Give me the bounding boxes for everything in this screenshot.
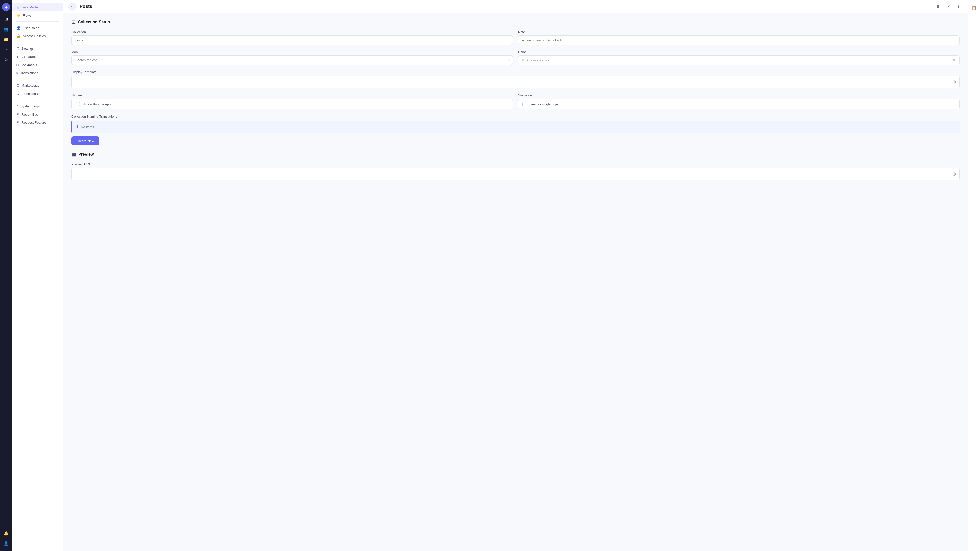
- info-button[interactable]: ℹ: [955, 3, 963, 11]
- sidebar-item-user-roles[interactable]: 👤 User Roles: [12, 24, 63, 32]
- color-label: Color: [518, 50, 959, 54]
- rail-settings-icon[interactable]: ⚙: [2, 55, 11, 64]
- icon-color-row: Icon ▾ Color ✏ Choose a color... ⊛: [72, 50, 959, 65]
- sidebar-item-data-model[interactable]: ⊞ Data Model: [12, 3, 63, 11]
- rail-content-icon[interactable]: ⊞: [2, 14, 11, 24]
- sidebar-item-bookmarks[interactable]: □ Bookmarks: [12, 61, 63, 69]
- bookmarks-icon: □: [16, 63, 18, 67]
- page-title: Posts: [80, 4, 931, 9]
- note-field: Note: [518, 30, 959, 45]
- rail-files-icon[interactable]: 📁: [2, 35, 11, 44]
- extensions-icon: ⊙: [16, 92, 19, 96]
- no-items-text: No items: [81, 125, 94, 129]
- rail-bell-icon[interactable]: 🔔: [2, 529, 11, 538]
- sidebar-item-label-marketplace: Marketplace: [21, 84, 40, 87]
- sidebar-item-label-extensions: Extensions: [21, 92, 38, 96]
- delete-button[interactable]: 🗑: [934, 3, 942, 11]
- report-bug-icon: ◎: [16, 112, 19, 116]
- preview-section: ▣ Preview Preview URL ⊕: [72, 151, 959, 180]
- note-label: Note: [518, 30, 959, 34]
- no-items-icon: ℹ: [77, 124, 78, 129]
- collection-setup-section: ⊡ Collection Setup: [72, 19, 959, 25]
- sidebar-divider-3: [16, 79, 59, 79]
- preview-url-field: Preview URL ⊕: [72, 162, 959, 180]
- rail-users-icon[interactable]: 👥: [2, 24, 11, 34]
- singleton-label: Singleton: [518, 94, 959, 97]
- sidebar-item-request-feature[interactable]: ◎ Request Feature: [12, 118, 63, 127]
- hidden-label: Hidden: [72, 94, 513, 97]
- sidebar-item-system-logs[interactable]: ≡ System Logs: [12, 102, 63, 110]
- preview-url-input[interactable]: ⊕: [72, 168, 959, 180]
- request-feature-icon: ◎: [16, 121, 19, 124]
- icon-dropdown-arrow: ▾: [508, 59, 510, 62]
- singleton-checkbox-box[interactable]: [522, 102, 527, 106]
- sidebar: ⊞ Data Model ⚡ Flows 👤 User Roles 🔒 Acce…: [12, 0, 63, 551]
- right-panel-top-icon[interactable]: 📋: [969, 3, 979, 12]
- sidebar-item-access-policies[interactable]: 🔒 Access Policies: [12, 32, 63, 40]
- sidebar-item-label-data-model: Data Model: [21, 5, 38, 9]
- sidebar-item-label-system-logs: System Logs: [21, 104, 40, 108]
- display-template-row: Display Template ⊕: [72, 70, 959, 88]
- sidebar-item-label-user-roles: User Roles: [23, 26, 39, 30]
- icon-label: Icon: [72, 50, 513, 54]
- create-new-button[interactable]: Create New: [72, 137, 99, 145]
- template-plus-icon[interactable]: ⊕: [953, 79, 956, 85]
- rail-profile-icon[interactable]: 👤: [2, 539, 11, 548]
- sidebar-item-translations[interactable]: ≈ Translations: [12, 69, 63, 77]
- sidebar-item-report-bug[interactable]: ◎ Report Bug: [12, 110, 63, 118]
- note-input[interactable]: [518, 35, 959, 45]
- singleton-checkbox[interactable]: Treat as single object: [518, 99, 959, 110]
- sidebar-item-label-translations: Translations: [21, 71, 38, 75]
- main-area: ← Posts 🗑 ✓ ℹ ⊡ Collection Setup Collect…: [63, 0, 968, 551]
- collection-label: Collection: [72, 30, 513, 34]
- confirm-button[interactable]: ✓: [944, 3, 953, 11]
- preview-icon: ▣: [72, 151, 76, 157]
- sidebar-item-appearance[interactable]: ● Appearance: [12, 52, 63, 61]
- color-picker[interactable]: ✏ Choose a color... ⊛: [518, 56, 959, 65]
- icon-search-wrap: ▾: [72, 56, 513, 65]
- display-template-input[interactable]: ⊕: [72, 76, 959, 88]
- sidebar-item-extensions[interactable]: ⊙ Extensions: [12, 89, 63, 98]
- singleton-field: Singleton Treat as single object: [518, 94, 959, 110]
- icon-field: Icon ▾: [72, 50, 513, 65]
- sidebar-item-label-flows: Flows: [23, 14, 32, 17]
- data-model-icon: ⊞: [16, 5, 19, 9]
- collection-setup-header: ⊡ Collection Setup: [72, 19, 959, 25]
- no-items-box: ℹ No items: [72, 121, 959, 133]
- sidebar-item-marketplace[interactable]: ⊡ Marketplace: [12, 81, 63, 89]
- display-template-label: Display Template: [72, 70, 959, 74]
- sidebar-item-label-settings: Settings: [22, 47, 34, 51]
- page-header: ← Posts 🗑 ✓ ℹ: [63, 0, 968, 13]
- preview-header: ▣ Preview: [72, 151, 959, 157]
- page-content: ⊡ Collection Setup Collection Note Icon …: [63, 13, 968, 551]
- app-logo[interactable]: ◆: [2, 3, 10, 11]
- preview-title: Preview: [78, 152, 94, 157]
- sidebar-item-label-request-feature: Request Feature: [21, 121, 46, 124]
- naming-translations-section: Collection Naming Translations ℹ No item…: [72, 114, 959, 145]
- back-button[interactable]: ←: [68, 3, 76, 11]
- preview-url-row: Preview URL ⊕: [72, 162, 959, 180]
- rail-activity-icon[interactable]: 〜: [2, 45, 11, 54]
- sidebar-item-settings[interactable]: ⚙ Settings: [12, 44, 63, 52]
- access-policies-icon: 🔒: [16, 34, 21, 38]
- system-logs-icon: ≡: [16, 104, 18, 108]
- sidebar-item-label-access-policies: Access Policies: [23, 34, 46, 38]
- settings-icon: ⚙: [16, 46, 20, 51]
- naming-translations-label: Collection Naming Translations: [72, 114, 959, 118]
- eyedropper-icon: ✏: [522, 58, 525, 62]
- hide-checkbox-box[interactable]: [76, 102, 80, 106]
- header-actions: 🗑 ✓ ℹ: [934, 3, 963, 11]
- user-roles-icon: 👤: [16, 26, 21, 30]
- hidden-singleton-row: Hidden Hide within the App Singleton Tre…: [72, 94, 959, 110]
- sidebar-item-label-bookmarks: Bookmarks: [21, 63, 37, 67]
- appearance-icon: ●: [16, 55, 18, 59]
- display-template-field: Display Template ⊕: [72, 70, 959, 88]
- preview-url-plus-icon[interactable]: ⊕: [953, 171, 956, 177]
- icon-rail: ◆ ⊞ 👥 📁 〜 ⚙ 🔔 👤: [0, 0, 12, 551]
- singleton-checkbox-label: Treat as single object: [529, 102, 560, 106]
- sidebar-item-flows[interactable]: ⚡ Flows: [12, 11, 63, 19]
- hide-within-app-checkbox[interactable]: Hide within the App: [72, 99, 513, 110]
- collection-field: Collection: [72, 30, 513, 45]
- collection-input[interactable]: [72, 35, 513, 45]
- icon-search-input[interactable]: [72, 56, 513, 65]
